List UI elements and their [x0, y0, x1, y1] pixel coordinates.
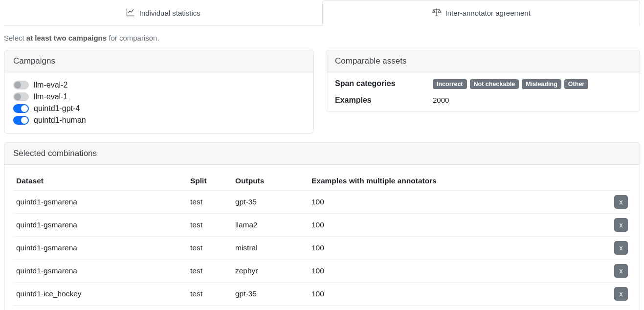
cell-dataset: quintd1-gsmarena — [13, 214, 187, 237]
cell-split: test — [187, 260, 232, 283]
delete-row-button[interactable]: x — [614, 287, 628, 301]
cell-dataset: quintd1-gsmarena — [13, 260, 187, 283]
cell-dataset: quintd1-gsmarena — [13, 237, 187, 260]
examples-value: 2000 — [433, 96, 631, 104]
cell-outputs: mistral — [232, 237, 309, 260]
campaign-toggle[interactable] — [13, 116, 29, 125]
table-row: quintd1-gsmarenatestmistral100x — [13, 237, 631, 260]
cell-split: test — [187, 214, 232, 237]
campaign-label: llm-eval-2 — [34, 81, 67, 89]
delete-row-button[interactable]: x — [614, 241, 628, 255]
table-row: quintd1-ice_hockeytestgpt-35100x — [13, 283, 631, 306]
comparable-assets-card: Comparable assets Span categories Incorr… — [326, 50, 640, 112]
table-row: quintd1-gsmarenatestzephyr100x — [13, 260, 631, 283]
selected-combinations-card: Selected combinations Dataset Split Outp… — [4, 142, 640, 310]
delete-row-button[interactable]: x — [614, 195, 628, 209]
campaign-toggle[interactable] — [13, 92, 29, 101]
cell-split: test — [187, 306, 232, 310]
cell-outputs: gpt-35 — [232, 191, 309, 214]
cell-outputs: zephyr — [232, 260, 309, 283]
instruction-text: Select at least two campaigns for compar… — [4, 26, 640, 50]
column-examples: Examples with multiple annotators — [309, 172, 606, 191]
assets-header: Comparable assets — [326, 50, 640, 72]
cell-examples: 100 — [309, 283, 606, 306]
combinations-header: Selected combinations — [4, 143, 640, 165]
span-category-badge: Misleading — [522, 79, 561, 89]
cell-split: test — [187, 283, 232, 306]
tab-label: Individual statistics — [139, 9, 200, 17]
scales-icon — [432, 7, 442, 19]
campaign-label: llm-eval-1 — [34, 92, 67, 101]
cell-examples: 100 — [309, 260, 606, 283]
span-category-badge: Other — [564, 79, 588, 89]
campaign-label: quintd1-gpt-4 — [34, 104, 80, 113]
cell-dataset: quintd1-ice_hockey — [13, 283, 187, 306]
campaigns-card: Campaigns llm-eval-2llm-eval-1quintd1-gp… — [4, 50, 314, 133]
examples-label: Examples — [335, 96, 433, 105]
span-categories-badges: IncorrectNot checkableMisleadingOther — [433, 79, 631, 89]
column-split: Split — [187, 172, 232, 191]
cell-outputs: gpt-35 — [232, 283, 309, 306]
column-outputs: Outputs — [232, 172, 309, 191]
instruction-bold: at least two campaigns — [26, 34, 107, 42]
delete-row-button[interactable]: x — [614, 218, 628, 232]
cell-outputs: llama2 — [232, 214, 309, 237]
campaign-toggle[interactable] — [13, 104, 29, 113]
instruction-prefix: Select — [4, 34, 26, 42]
tab-inter-annotator-agreement[interactable]: Inter-annotator agreement — [322, 0, 641, 26]
tab-individual-statistics[interactable]: Individual statistics — [4, 0, 322, 25]
cell-examples: 100 — [309, 306, 606, 310]
chart-line-icon — [126, 7, 135, 19]
tabs: Individual statistics Inter-annotator ag… — [4, 0, 640, 26]
cell-examples: 100 — [309, 214, 606, 237]
instruction-suffix: for comparison. — [107, 34, 159, 42]
column-dataset: Dataset — [13, 172, 187, 191]
campaign-item: quintd1-gpt-4 — [13, 103, 305, 114]
campaign-label: quintd1-human — [34, 116, 86, 125]
combinations-table: Dataset Split Outputs Examples with mult… — [13, 172, 631, 310]
table-row: quintd1-gsmarenatestgpt-35100x — [13, 191, 631, 214]
campaign-toggle[interactable] — [13, 81, 29, 89]
cell-examples: 100 — [309, 237, 606, 260]
cell-dataset: quintd1-ice_hockey — [13, 306, 187, 310]
span-category-badge: Incorrect — [433, 79, 467, 89]
cell-split: test — [187, 237, 232, 260]
campaign-item: llm-eval-1 — [13, 91, 305, 103]
campaign-item: quintd1-human — [13, 114, 305, 126]
table-row: quintd1-gsmarenatestllama2100x — [13, 214, 631, 237]
cell-examples: 100 — [309, 191, 606, 214]
tab-label: Inter-annotator agreement — [445, 9, 531, 17]
table-row: quintd1-ice_hockeytestllama2100x — [13, 306, 631, 310]
cell-outputs: llama2 — [232, 306, 309, 310]
span-category-badge: Not checkable — [470, 79, 519, 89]
delete-row-button[interactable]: x — [614, 264, 628, 278]
campaigns-header: Campaigns — [4, 50, 313, 72]
campaign-list: llm-eval-2llm-eval-1quintd1-gpt-4quintd1… — [13, 79, 305, 126]
cell-split: test — [187, 191, 232, 214]
cell-dataset: quintd1-gsmarena — [13, 191, 187, 214]
span-categories-label: Span categories — [335, 79, 433, 88]
campaign-item: llm-eval-2 — [13, 79, 305, 91]
